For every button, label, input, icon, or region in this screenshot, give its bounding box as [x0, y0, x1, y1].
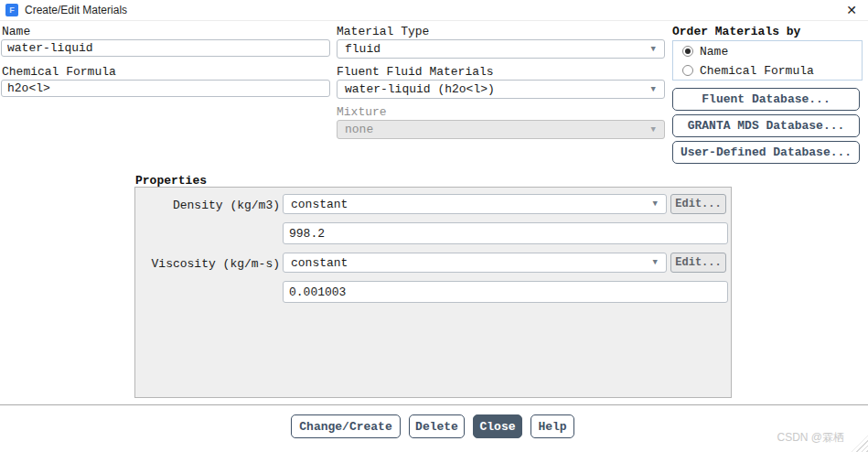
mixture-dropdown: none ▼ [337, 120, 665, 139]
mixture-label: Mixture [337, 105, 387, 119]
radio-order-by-chemical-formula[interactable]: Chemical Formula [673, 61, 862, 80]
viscosity-method-value: constant [291, 256, 348, 270]
chevron-down-icon: ▼ [653, 199, 658, 209]
density-method-dropdown[interactable]: constant ▼ [283, 194, 667, 214]
chevron-down-icon: ▼ [651, 85, 656, 94]
chemical-formula-input[interactable] [1, 80, 330, 97]
density-value-input[interactable] [283, 222, 728, 244]
fluent-app-icon: F [5, 4, 18, 16]
mixture-value: none [345, 123, 373, 136]
material-type-value: fluid [345, 42, 380, 56]
properties-panel: Density (kg/m3) constant ▼ Edit... Visco… [134, 187, 732, 398]
change-create-button[interactable]: Change/Create [291, 414, 401, 438]
close-icon[interactable]: ✕ [841, 1, 862, 19]
chemical-formula-label: Chemical Formula [2, 65, 116, 79]
material-type-label: Material Type [337, 25, 429, 38]
resize-grip-handle[interactable] [852, 436, 868, 452]
order-materials-by-title: Order Materials by [672, 25, 800, 38]
viscosity-value-input[interactable] [283, 281, 728, 303]
viscosity-method-dropdown[interactable]: constant ▼ [283, 253, 667, 273]
fluent-database-button[interactable]: Fluent Database... [672, 88, 860, 111]
order-materials-by-group: Name Chemical Formula [672, 40, 863, 81]
delete-button[interactable]: Delete [409, 414, 465, 438]
viscosity-label: Viscosity (kg/m-s) [135, 257, 280, 271]
radio-selected-icon [682, 46, 693, 57]
radio-unselected-icon [682, 65, 693, 76]
viscosity-edit-button[interactable]: Edit... [670, 253, 726, 273]
fluent-fluid-materials-value: water-liquid (h2o<l>) [345, 82, 495, 96]
footer-divider [0, 404, 868, 406]
properties-title: Properties [135, 174, 207, 188]
name-input[interactable] [1, 39, 330, 57]
material-type-dropdown[interactable]: fluid ▼ [337, 39, 665, 59]
radio-order-by-name[interactable]: Name [673, 42, 862, 60]
density-edit-button[interactable]: Edit... [670, 194, 726, 214]
help-button[interactable]: Help [530, 414, 574, 438]
density-method-value: constant [291, 198, 348, 211]
fluent-fluid-materials-dropdown[interactable]: water-liquid (h2o<l>) ▼ [337, 80, 665, 99]
density-label: Density (kg/m3) [135, 199, 280, 212]
fluent-fluid-materials-label: Fluent Fluid Materials [337, 65, 494, 79]
granta-mds-database-button[interactable]: GRANTA MDS Database... [672, 114, 860, 137]
titlebar: F Create/Edit Materials ✕ [0, 0, 868, 21]
window-title: Create/Edit Materials [25, 4, 127, 16]
chevron-down-icon: ▼ [651, 125, 656, 135]
chevron-down-icon: ▼ [653, 258, 658, 267]
user-defined-database-button[interactable]: User-Defined Database... [672, 141, 860, 164]
radio-label: Chemical Formula [700, 64, 814, 78]
close-button[interactable]: Close [473, 414, 522, 438]
radio-label: Name [700, 45, 728, 59]
csdn-watermark: CSDN @霖栖 [777, 430, 844, 446]
name-label: Name [2, 25, 30, 38]
chevron-down-icon: ▼ [651, 45, 656, 54]
